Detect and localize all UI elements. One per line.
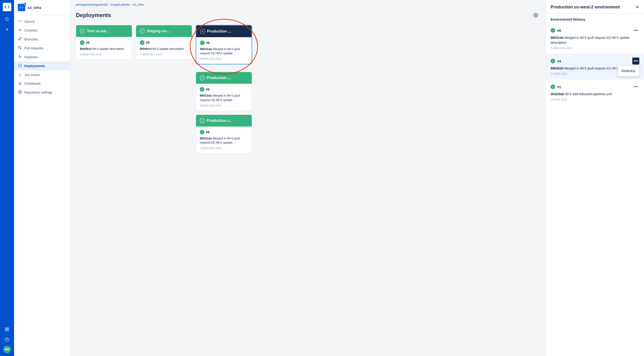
page-title: Deployments xyxy=(76,12,111,18)
svg-point-15 xyxy=(18,39,20,40)
app-logo[interactable] xyxy=(3,3,11,11)
sidebar-item-commits[interactable]: Commits xyxy=(14,26,70,35)
svg-point-17 xyxy=(18,46,20,47)
production-c-build-num: #6 xyxy=(206,130,210,134)
search-button[interactable] xyxy=(3,15,11,23)
sidebar-jira-label: Jira issues xyxy=(24,73,40,77)
page-header: Deployments xyxy=(76,11,540,19)
sidebar: 🔒 s3_infra Source Commits xyxy=(14,0,70,356)
sidebar-item-deployments[interactable]: Deployments xyxy=(14,61,70,70)
history-4-build-row: ✓ #4 xyxy=(550,59,561,63)
production-header-label: Production ... xyxy=(207,29,231,33)
sidebar-item-downloads[interactable]: Downloads xyxy=(14,79,70,88)
production-2-build-time: 4 MINUTES AGO xyxy=(200,104,248,107)
production-2-body: ✓ #6 98531da Merged in IM-5 (pull reques… xyxy=(196,84,252,110)
production-c-build-time: 3 MINUTES AGO xyxy=(200,147,248,150)
sidebar-item-pipelines[interactable]: Pipelines xyxy=(14,53,70,61)
history-6-more-button[interactable]: ••• xyxy=(632,27,639,34)
staging-build-desc: 8bbf8cd IM-5 update description xyxy=(140,47,188,51)
production-c-build-check: ✓ xyxy=(200,130,204,135)
sidebar-item-branches[interactable]: Branches xyxy=(14,35,70,44)
history-4-more-button[interactable]: ••• xyxy=(632,57,639,65)
breadcrumb-org[interactable]: pmmquickstartguides01 xyxy=(76,3,108,6)
production-2-header-label: Production ... xyxy=(207,76,231,80)
test-header-label: Test us-we... xyxy=(87,29,109,33)
production-main-card[interactable]: Production ... ✓ #6 98531da Merged in IM… xyxy=(196,25,252,64)
right-panel: Production us-west-2 environment ✕ Envir… xyxy=(546,0,644,356)
breadcrumb-repo[interactable]: ImageLabeller xyxy=(111,3,130,6)
test-body: ✓ #5 8bbf8cd IM-5 update description 8 M… xyxy=(76,37,132,59)
sidebar-pipelines-label: Pipelines xyxy=(24,55,38,59)
right-panel-title: Production us-west-2 environment xyxy=(550,5,620,9)
breadcrumb-page: s3_infra xyxy=(133,3,144,6)
history-1-more-button[interactable]: ••• xyxy=(632,83,639,90)
test-build-check: ✓ xyxy=(80,40,84,45)
test-card[interactable]: ✓ Test us-we... ✓ #5 8bbf8cd IM-5 update… xyxy=(76,25,132,60)
production-2-header: ✓ Production ... xyxy=(196,72,252,84)
deployments-icon xyxy=(18,64,22,68)
branches-icon xyxy=(18,37,22,42)
settings-button[interactable] xyxy=(532,11,540,19)
sidebar-pr-label: Pull requests xyxy=(24,46,43,50)
redeploy-button[interactable]: Redeploy xyxy=(618,67,639,75)
sidebar-item-jira-issues[interactable]: ◇ Jira issues xyxy=(14,70,70,79)
history-1-header: ✓ #1 ••• xyxy=(550,83,639,90)
sidebar-repo-settings-label: Repository settings xyxy=(24,91,52,94)
sidebar-item-repo-settings[interactable]: Repository settings xyxy=(14,88,70,97)
production-header: Production ... xyxy=(196,25,252,37)
production-column: Production ... ✓ #6 98531da Merged in IM… xyxy=(196,25,252,157)
add-button[interactable] xyxy=(3,25,11,34)
deployments-grid: ✓ Test us-we... ✓ #5 8bbf8cd IM-5 update… xyxy=(76,25,540,157)
user-avatar[interactable]: WM xyxy=(3,346,11,353)
sidebar-downloads-label: Downloads xyxy=(24,82,40,85)
production-build-desc: 98531da Merged in IM-5 (pull request #2)… xyxy=(200,47,248,55)
help-button[interactable] xyxy=(3,336,11,344)
sidebar-item-pull-requests[interactable]: Pull requests xyxy=(14,44,70,53)
production-c-header: ✓ Production c... xyxy=(196,115,252,127)
svg-point-0 xyxy=(6,17,8,20)
production-2-build-num: #6 xyxy=(206,87,210,91)
svg-point-20 xyxy=(20,91,20,92)
production-2-card[interactable]: ✓ Production ... ✓ #6 98531da Merged in … xyxy=(196,72,252,111)
staging-card[interactable]: ✓ Staging us-... ✓ #5 8bbf8cd IM-5 updat… xyxy=(136,25,192,60)
pipelines-icon xyxy=(18,55,22,59)
history-item-6[interactable]: ✓ #6 ••• 98531da Merged in IM-5 (pull re… xyxy=(546,23,644,54)
commits-icon xyxy=(18,28,22,33)
main-area: pmmquickstartguides01 / ImageLabeller / … xyxy=(70,0,546,356)
jira-icon: ◇ xyxy=(18,72,22,77)
test-column: ✓ Test us-we... ✓ #5 8bbf8cd IM-5 update… xyxy=(76,25,132,63)
history-1-build-num: #1 xyxy=(557,85,561,89)
test-build-desc: 8bbf8cd IM-5 update description xyxy=(80,47,128,51)
history-item-1[interactable]: ✓ #1 ••• 3bd2dab IM-5 add bitbucket-pipe… xyxy=(546,80,644,105)
grid-button[interactable] xyxy=(3,325,11,334)
repo-settings-icon xyxy=(18,90,22,95)
sidebar-item-source[interactable]: Source xyxy=(14,17,70,26)
svg-point-21 xyxy=(535,15,536,16)
repo-icon: 🔒 xyxy=(18,4,25,11)
test-check-icon: ✓ xyxy=(80,28,85,34)
production-2-build-row: ✓ #6 xyxy=(200,87,248,92)
production-c-card[interactable]: ✓ Production c... ✓ #6 98531da Merged in… xyxy=(196,115,252,154)
svg-point-16 xyxy=(20,48,21,49)
history-1-check: ✓ xyxy=(550,84,555,89)
svg-point-10 xyxy=(19,29,20,30)
history-item-4[interactable]: ✓ #4 ••• 9863b24 Merged in IM-5 (pull re… xyxy=(546,54,644,80)
history-4-header: ✓ #4 ••• xyxy=(550,57,639,65)
staging-check-icon: ✓ xyxy=(140,28,145,34)
production-c-header-label: Production c... xyxy=(207,119,233,123)
close-panel-button[interactable]: ✕ xyxy=(635,5,639,9)
staging-build-check: ✓ xyxy=(140,40,144,45)
history-4-build-num: #4 xyxy=(557,59,561,63)
sidebar-header: 🔒 s3_infra xyxy=(14,0,70,15)
history-6-build-num: #6 xyxy=(557,28,561,32)
env-history-label: Environment History xyxy=(546,13,644,23)
sidebar-branches-label: Branches xyxy=(24,37,38,41)
production-card-wrapper: Production ... ✓ #6 98531da Merged in IM… xyxy=(196,25,252,68)
test-header: ✓ Test us-we... xyxy=(76,25,132,37)
svg-rect-6 xyxy=(6,330,6,331)
staging-column: ✓ Staging us-... ✓ #5 8bbf8cd IM-5 updat… xyxy=(136,25,192,63)
production-c-body: ✓ #6 98531da Merged in IM-5 (pull reques… xyxy=(196,127,252,153)
sidebar-nav: Source Commits Branches xyxy=(14,15,70,99)
production-c-build-row: ✓ #6 xyxy=(200,130,248,135)
history-6-build-row: ✓ #6 xyxy=(550,28,561,33)
